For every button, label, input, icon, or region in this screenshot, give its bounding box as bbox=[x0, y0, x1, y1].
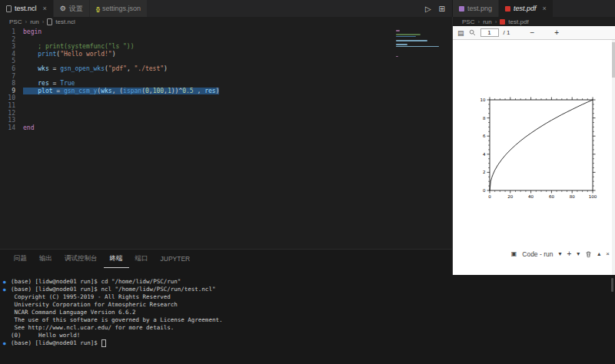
close-icon[interactable]: × bbox=[543, 5, 547, 12]
breadcrumb: PSC › run › test.ncl bbox=[0, 17, 452, 27]
terminal-line-gutter bbox=[3, 309, 11, 316]
panel-tab-terminal[interactable]: 终端 bbox=[104, 250, 129, 268]
code-editor[interactable]: 1begin23 ; print(systemfunc("ls "))4 pri… bbox=[0, 27, 452, 249]
terminal-line-gutter bbox=[3, 324, 11, 332]
chevron-down-icon[interactable]: ▾ bbox=[558, 250, 561, 257]
code-line[interactable]: 5 bbox=[0, 58, 219, 65]
minimap-line bbox=[396, 36, 416, 38]
terminal-line: ●(base) [lidw@node01 run]$ bbox=[3, 339, 615, 347]
svg-text:80: 80 bbox=[570, 194, 575, 199]
pdf-scrollbar[interactable] bbox=[612, 40, 615, 275]
svg-text:0: 0 bbox=[488, 194, 491, 199]
pdf-toolbar: ▤ / 1 − + bbox=[453, 26, 615, 40]
terminal-launch-dropdown-icon[interactable]: ▾ bbox=[577, 250, 580, 257]
code-line[interactable]: 3 ; print(systemfunc("ls ")) bbox=[0, 43, 219, 51]
chevron-right-icon: › bbox=[477, 18, 480, 25]
terminal-line: ●(base) [lidw@node01 run]$ ncl "/home/li… bbox=[3, 286, 615, 293]
maximize-panel-button[interactable]: ▴ bbox=[597, 250, 600, 257]
panel-tab-ports[interactable]: 端口 bbox=[129, 250, 155, 268]
terminal-line-gutter bbox=[3, 316, 11, 324]
run-button[interactable]: ▷ bbox=[425, 5, 431, 13]
terminal-panel-actions: ▣ Code - run ▾ + ▾ ▴ × bbox=[511, 250, 610, 258]
panel-tab-output[interactable]: 输出 bbox=[33, 250, 58, 268]
terminal-line-gutter bbox=[3, 293, 11, 301]
ncl-file-icon bbox=[6, 5, 12, 12]
kill-terminal-icon[interactable] bbox=[585, 250, 592, 258]
terminal-line: See http://www.ncl.ucar.edu/ for more de… bbox=[3, 324, 615, 332]
chevron-right-icon: › bbox=[25, 18, 27, 25]
page-total-label: / 1 bbox=[504, 29, 510, 36]
code-line[interactable]: 11 bbox=[0, 102, 219, 110]
svg-text:40: 40 bbox=[528, 194, 534, 199]
terminal-line: (0) Hello world! bbox=[3, 332, 615, 339]
svg-text:8: 8 bbox=[483, 116, 486, 121]
terminal-line: The use of this software is governed by … bbox=[3, 316, 615, 324]
svg-text:20: 20 bbox=[507, 194, 513, 199]
breadcrumb-item[interactable]: PSC bbox=[9, 18, 22, 25]
breadcrumb-item[interactable]: test.ncl bbox=[55, 18, 75, 25]
breadcrumb-item[interactable]: test.pdf bbox=[508, 18, 528, 25]
pdf-chart: 0204060801000246810 bbox=[470, 94, 605, 213]
command-decoration-dot: ● bbox=[3, 278, 11, 286]
zoom-out-button[interactable]: − bbox=[530, 28, 534, 37]
terminal-scrollbar[interactable] bbox=[611, 278, 613, 292]
code-line[interactable]: 10 bbox=[0, 94, 219, 102]
split-editor-button[interactable]: ⊞ bbox=[439, 5, 445, 13]
zoom-in-button[interactable]: + bbox=[554, 28, 559, 37]
code-line[interactable]: 4 print("Hello world!") bbox=[0, 51, 219, 58]
terminal-cursor bbox=[101, 339, 106, 347]
page-number-input[interactable] bbox=[480, 28, 499, 37]
pdf-page[interactable]: 0204060801000246810 bbox=[453, 40, 615, 275]
code-line[interactable]: 13 bbox=[0, 117, 219, 124]
file-icon bbox=[47, 18, 52, 25]
terminal-line: Copyright (C) 1995-2019 - All Rights Res… bbox=[3, 293, 615, 301]
terminal-profile-label[interactable]: Code - run bbox=[522, 250, 553, 258]
breadcrumb-item[interactable]: run bbox=[30, 18, 39, 25]
terminal[interactable]: ●(base) [lidw@node01 run]$ cd "/home/lid… bbox=[0, 275, 615, 364]
minimap-line bbox=[396, 56, 398, 58]
image-file-icon bbox=[459, 6, 464, 12]
tab-test-png[interactable]: test.png bbox=[453, 0, 499, 17]
code-line[interactable]: 9 plot = gsn_csm_y(wks, (ispan(0,100,1))… bbox=[0, 88, 219, 95]
svg-text:60: 60 bbox=[549, 194, 554, 199]
svg-text:10: 10 bbox=[480, 98, 486, 102]
command-decoration-dot: ● bbox=[3, 339, 11, 347]
panel-tab-jupyter[interactable]: JUPYTER bbox=[155, 250, 197, 268]
code-line[interactable]: 2 bbox=[0, 36, 219, 44]
code-line[interactable]: 7 bbox=[0, 73, 219, 81]
code-line[interactable]: 1begin bbox=[0, 28, 219, 36]
breadcrumb-item[interactable]: run bbox=[483, 18, 492, 25]
minimap-line bbox=[396, 46, 439, 48]
panel-tab-problems[interactable]: 问题 bbox=[8, 250, 33, 268]
panel-tab-debug-console[interactable]: 调试控制台 bbox=[58, 250, 104, 268]
close-icon[interactable]: × bbox=[43, 5, 47, 12]
pdf-file-icon bbox=[500, 19, 505, 25]
minimap-line bbox=[396, 30, 400, 31]
terminal-line: University Corporation for Atmospheric R… bbox=[3, 301, 615, 309]
code-line[interactable]: 12 bbox=[0, 110, 219, 117]
code-line[interactable]: 8 res = True bbox=[0, 80, 219, 88]
tab-settings-json[interactable]: {} settings.json bbox=[90, 0, 148, 17]
breadcrumb-item[interactable]: PSC bbox=[462, 18, 474, 25]
pdf-viewer-column: PSC › run › test.pdf ▤ / 1 − + bbox=[452, 17, 615, 275]
tab-test-ncl[interactable]: test.ncl × bbox=[0, 0, 54, 17]
pdf-scrollbar-thumb[interactable] bbox=[612, 42, 615, 78]
chevron-right-icon: › bbox=[495, 18, 497, 25]
close-panel-button[interactable]: × bbox=[606, 250, 610, 257]
new-terminal-button[interactable]: + bbox=[567, 250, 571, 258]
terminal-profile-icon: ▣ bbox=[511, 250, 517, 257]
code-line[interactable]: 14end bbox=[0, 124, 219, 132]
svg-text:4: 4 bbox=[483, 152, 486, 157]
sidebar-toggle-icon[interactable]: ▤ bbox=[457, 29, 464, 37]
main-area: PSC › run › test.ncl 1begin23 ; print(sy… bbox=[0, 17, 615, 275]
tab-test-pdf[interactable]: test.pdf × bbox=[499, 0, 554, 17]
pdf-file-icon bbox=[505, 6, 510, 12]
minimap[interactable] bbox=[396, 30, 442, 57]
terminal-line: NCAR Command Language Version 6.6.2 bbox=[3, 309, 615, 316]
svg-text:100: 100 bbox=[589, 194, 597, 199]
tab-settings[interactable]: ⚙ 设置 bbox=[54, 0, 90, 17]
code-line[interactable]: 6 wks = gsn_open_wks("pdf", "./test") bbox=[0, 65, 219, 73]
terminal-line: ●(base) [lidw@node01 run]$ cd "/home/lid… bbox=[3, 278, 615, 286]
search-icon[interactable] bbox=[469, 29, 476, 36]
code-lines: 1begin23 ; print(systemfunc("ls "))4 pri… bbox=[0, 28, 219, 131]
